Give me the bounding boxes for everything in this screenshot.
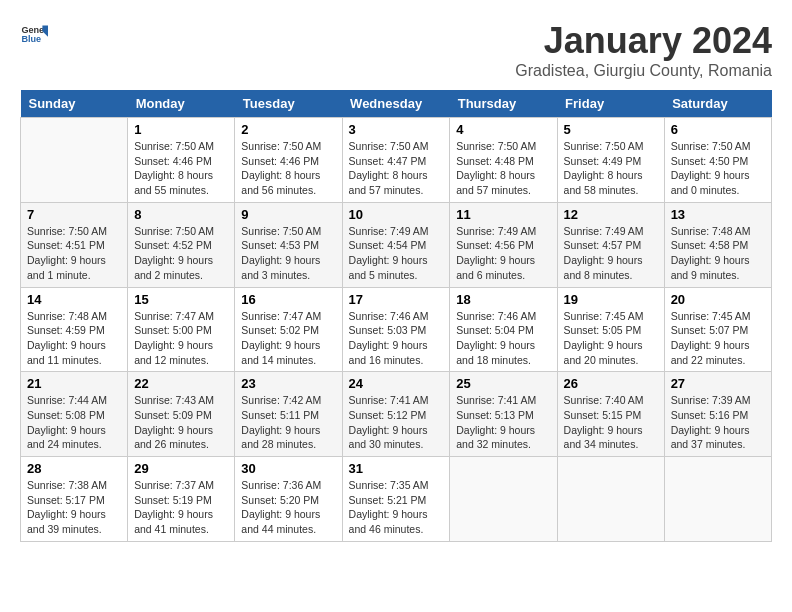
calendar-cell: 12 Sunrise: 7:49 AMSunset: 4:57 PMDaylig… xyxy=(557,202,664,287)
day-number: 8 xyxy=(134,207,228,222)
day-number: 12 xyxy=(564,207,658,222)
day-info: Sunrise: 7:49 AMSunset: 4:57 PMDaylight:… xyxy=(564,225,644,281)
day-info: Sunrise: 7:46 AMSunset: 5:04 PMDaylight:… xyxy=(456,310,536,366)
calendar-cell: 27 Sunrise: 7:39 AMSunset: 5:16 PMDaylig… xyxy=(664,372,771,457)
day-number: 13 xyxy=(671,207,765,222)
week-row-5: 28 Sunrise: 7:38 AMSunset: 5:17 PMDaylig… xyxy=(21,457,772,542)
calendar-cell: 20 Sunrise: 7:45 AMSunset: 5:07 PMDaylig… xyxy=(664,287,771,372)
calendar-cell: 3 Sunrise: 7:50 AMSunset: 4:47 PMDayligh… xyxy=(342,118,450,203)
header-tuesday: Tuesday xyxy=(235,90,342,118)
day-info: Sunrise: 7:50 AMSunset: 4:53 PMDaylight:… xyxy=(241,225,321,281)
day-info: Sunrise: 7:36 AMSunset: 5:20 PMDaylight:… xyxy=(241,479,321,535)
calendar-cell: 10 Sunrise: 7:49 AMSunset: 4:54 PMDaylig… xyxy=(342,202,450,287)
calendar-cell: 28 Sunrise: 7:38 AMSunset: 5:17 PMDaylig… xyxy=(21,457,128,542)
calendar-cell: 25 Sunrise: 7:41 AMSunset: 5:13 PMDaylig… xyxy=(450,372,557,457)
week-row-2: 7 Sunrise: 7:50 AMSunset: 4:51 PMDayligh… xyxy=(21,202,772,287)
header-saturday: Saturday xyxy=(664,90,771,118)
day-number: 18 xyxy=(456,292,550,307)
calendar-cell: 18 Sunrise: 7:46 AMSunset: 5:04 PMDaylig… xyxy=(450,287,557,372)
week-row-4: 21 Sunrise: 7:44 AMSunset: 5:08 PMDaylig… xyxy=(21,372,772,457)
page-subtitle: Gradistea, Giurgiu County, Romania xyxy=(515,62,772,80)
day-number: 16 xyxy=(241,292,335,307)
day-number: 29 xyxy=(134,461,228,476)
header-monday: Monday xyxy=(128,90,235,118)
day-info: Sunrise: 7:45 AMSunset: 5:07 PMDaylight:… xyxy=(671,310,751,366)
calendar-cell xyxy=(450,457,557,542)
day-info: Sunrise: 7:40 AMSunset: 5:15 PMDaylight:… xyxy=(564,394,644,450)
calendar-cell: 13 Sunrise: 7:48 AMSunset: 4:58 PMDaylig… xyxy=(664,202,771,287)
day-number: 31 xyxy=(349,461,444,476)
day-info: Sunrise: 7:48 AMSunset: 4:58 PMDaylight:… xyxy=(671,225,751,281)
day-info: Sunrise: 7:50 AMSunset: 4:47 PMDaylight:… xyxy=(349,140,429,196)
header-friday: Friday xyxy=(557,90,664,118)
day-number: 22 xyxy=(134,376,228,391)
calendar-cell: 30 Sunrise: 7:36 AMSunset: 5:20 PMDaylig… xyxy=(235,457,342,542)
header-row: Sunday Monday Tuesday Wednesday Thursday… xyxy=(21,90,772,118)
calendar-cell: 4 Sunrise: 7:50 AMSunset: 4:48 PMDayligh… xyxy=(450,118,557,203)
calendar-cell: 22 Sunrise: 7:43 AMSunset: 5:09 PMDaylig… xyxy=(128,372,235,457)
header: General Blue January 2024 Gradistea, Giu… xyxy=(20,20,772,80)
calendar-cell xyxy=(21,118,128,203)
day-info: Sunrise: 7:46 AMSunset: 5:03 PMDaylight:… xyxy=(349,310,429,366)
day-number: 21 xyxy=(27,376,121,391)
header-wednesday: Wednesday xyxy=(342,90,450,118)
week-row-3: 14 Sunrise: 7:48 AMSunset: 4:59 PMDaylig… xyxy=(21,287,772,372)
day-info: Sunrise: 7:38 AMSunset: 5:17 PMDaylight:… xyxy=(27,479,107,535)
calendar-cell: 11 Sunrise: 7:49 AMSunset: 4:56 PMDaylig… xyxy=(450,202,557,287)
day-number: 25 xyxy=(456,376,550,391)
calendar-cell: 9 Sunrise: 7:50 AMSunset: 4:53 PMDayligh… xyxy=(235,202,342,287)
calendar-cell: 16 Sunrise: 7:47 AMSunset: 5:02 PMDaylig… xyxy=(235,287,342,372)
day-info: Sunrise: 7:47 AMSunset: 5:02 PMDaylight:… xyxy=(241,310,321,366)
day-info: Sunrise: 7:50 AMSunset: 4:50 PMDaylight:… xyxy=(671,140,751,196)
calendar-cell: 29 Sunrise: 7:37 AMSunset: 5:19 PMDaylig… xyxy=(128,457,235,542)
calendar-cell: 5 Sunrise: 7:50 AMSunset: 4:49 PMDayligh… xyxy=(557,118,664,203)
day-number: 9 xyxy=(241,207,335,222)
day-info: Sunrise: 7:50 AMSunset: 4:46 PMDaylight:… xyxy=(134,140,214,196)
day-number: 1 xyxy=(134,122,228,137)
calendar-cell: 21 Sunrise: 7:44 AMSunset: 5:08 PMDaylig… xyxy=(21,372,128,457)
day-number: 4 xyxy=(456,122,550,137)
calendar-cell: 31 Sunrise: 7:35 AMSunset: 5:21 PMDaylig… xyxy=(342,457,450,542)
day-info: Sunrise: 7:48 AMSunset: 4:59 PMDaylight:… xyxy=(27,310,107,366)
day-info: Sunrise: 7:50 AMSunset: 4:49 PMDaylight:… xyxy=(564,140,644,196)
day-number: 11 xyxy=(456,207,550,222)
day-number: 28 xyxy=(27,461,121,476)
day-info: Sunrise: 7:41 AMSunset: 5:12 PMDaylight:… xyxy=(349,394,429,450)
header-sunday: Sunday xyxy=(21,90,128,118)
svg-text:Blue: Blue xyxy=(21,34,41,44)
day-info: Sunrise: 7:50 AMSunset: 4:52 PMDaylight:… xyxy=(134,225,214,281)
calendar-cell: 23 Sunrise: 7:42 AMSunset: 5:11 PMDaylig… xyxy=(235,372,342,457)
title-area: January 2024 Gradistea, Giurgiu County, … xyxy=(515,20,772,80)
week-row-1: 1 Sunrise: 7:50 AMSunset: 4:46 PMDayligh… xyxy=(21,118,772,203)
day-info: Sunrise: 7:35 AMSunset: 5:21 PMDaylight:… xyxy=(349,479,429,535)
calendar-cell: 7 Sunrise: 7:50 AMSunset: 4:51 PMDayligh… xyxy=(21,202,128,287)
day-number: 19 xyxy=(564,292,658,307)
page-title: January 2024 xyxy=(515,20,772,62)
day-info: Sunrise: 7:49 AMSunset: 4:54 PMDaylight:… xyxy=(349,225,429,281)
day-number: 6 xyxy=(671,122,765,137)
calendar-cell: 15 Sunrise: 7:47 AMSunset: 5:00 PMDaylig… xyxy=(128,287,235,372)
calendar-cell: 19 Sunrise: 7:45 AMSunset: 5:05 PMDaylig… xyxy=(557,287,664,372)
day-info: Sunrise: 7:42 AMSunset: 5:11 PMDaylight:… xyxy=(241,394,321,450)
calendar-cell: 17 Sunrise: 7:46 AMSunset: 5:03 PMDaylig… xyxy=(342,287,450,372)
day-number: 5 xyxy=(564,122,658,137)
logo: General Blue xyxy=(20,20,48,48)
day-info: Sunrise: 7:39 AMSunset: 5:16 PMDaylight:… xyxy=(671,394,751,450)
calendar-cell: 8 Sunrise: 7:50 AMSunset: 4:52 PMDayligh… xyxy=(128,202,235,287)
header-thursday: Thursday xyxy=(450,90,557,118)
day-number: 20 xyxy=(671,292,765,307)
day-number: 24 xyxy=(349,376,444,391)
day-number: 27 xyxy=(671,376,765,391)
calendar-cell xyxy=(557,457,664,542)
calendar-cell xyxy=(664,457,771,542)
calendar-cell: 2 Sunrise: 7:50 AMSunset: 4:46 PMDayligh… xyxy=(235,118,342,203)
day-info: Sunrise: 7:41 AMSunset: 5:13 PMDaylight:… xyxy=(456,394,536,450)
day-info: Sunrise: 7:49 AMSunset: 4:56 PMDaylight:… xyxy=(456,225,536,281)
calendar-cell: 26 Sunrise: 7:40 AMSunset: 5:15 PMDaylig… xyxy=(557,372,664,457)
day-number: 3 xyxy=(349,122,444,137)
day-number: 23 xyxy=(241,376,335,391)
day-number: 26 xyxy=(564,376,658,391)
day-number: 10 xyxy=(349,207,444,222)
calendar-cell: 1 Sunrise: 7:50 AMSunset: 4:46 PMDayligh… xyxy=(128,118,235,203)
day-number: 2 xyxy=(241,122,335,137)
